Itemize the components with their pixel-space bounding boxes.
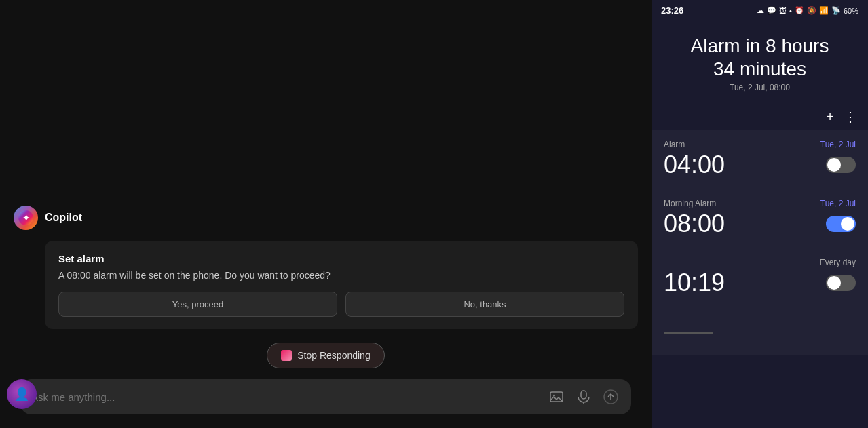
- alarm-in-line2: 34 minutes: [665, 58, 854, 81]
- copilot-logo-icon: ✦: [14, 206, 38, 230]
- toggle-thumb: [841, 217, 854, 231]
- alarm-clock-icon: ⏰: [795, 6, 804, 15]
- alarm-time-row: 10:19: [664, 269, 856, 297]
- photo-icon: 🖼: [779, 7, 787, 15]
- status-time: 23:26: [661, 5, 683, 16]
- alarm-badge: Tue, 2 Jul: [820, 199, 856, 208]
- alarm-label: Morning Alarm: [664, 199, 716, 208]
- alarm-list: Alarm Tue, 2 Jul 04:00 Morning Alarm Tue…: [652, 130, 868, 428]
- input-icons: [547, 387, 620, 406]
- message-title: Set alarm: [58, 253, 624, 265]
- stop-icon: [281, 350, 292, 361]
- alarm-item: Alarm Tue, 2 Jul 04:00: [652, 130, 868, 189]
- svg-rect-4: [581, 391, 586, 399]
- alarm-toggle[interactable]: [826, 157, 856, 173]
- image-icon[interactable]: [547, 387, 566, 406]
- alarm-badge: Every day: [820, 258, 856, 267]
- copilot-header: ✦ Copilot: [14, 206, 638, 230]
- signal-icon: 📡: [831, 6, 841, 15]
- alarm-item-top: Every day: [664, 258, 856, 267]
- status-icons: ☁ 💬 🖼 • ⏰ 🔕 📶 📡 60%: [757, 6, 858, 15]
- chat-input-wrapper: [20, 379, 631, 414]
- copilot-content: ✦ Copilot Set alarm A 08:00 alarm will b…: [0, 0, 652, 428]
- toggle-thumb: [827, 158, 841, 172]
- alarm-toggle[interactable]: [826, 216, 856, 232]
- stop-responding-container: Stop Responding: [14, 343, 638, 368]
- microphone-icon[interactable]: [574, 387, 593, 406]
- alarm-time: 10:19: [664, 269, 725, 297]
- alarm-time: 04:00: [664, 151, 725, 179]
- alarm-header: Alarm in 8 hours 34 minutes Tue, 2 Jul, …: [652, 21, 868, 103]
- alarm-time: 08:00: [664, 210, 725, 238]
- yes-proceed-button[interactable]: Yes, proceed: [58, 292, 337, 317]
- message-body: A 08:00 alarm will be set on the phone. …: [58, 270, 624, 281]
- notification-icon: 💬: [767, 6, 776, 15]
- alarm-toggle[interactable]: [826, 275, 856, 291]
- alarm-item-top: Morning Alarm Tue, 2 Jul: [664, 199, 856, 208]
- alarm-menu-button[interactable]: ⋮: [844, 109, 857, 125]
- cloud-icon: ☁: [757, 6, 764, 15]
- alarm-time: ——: [664, 317, 713, 345]
- battery-indicator: 60%: [844, 7, 858, 15]
- alarm-time-row: 04:00: [664, 151, 856, 179]
- copilot-name: Copilot: [45, 212, 82, 224]
- add-alarm-button[interactable]: +: [826, 109, 834, 125]
- toggle-thumb: [827, 276, 841, 290]
- dot-icon: •: [789, 7, 792, 15]
- alarm-item-top: Alarm Tue, 2 Jul: [664, 140, 856, 149]
- stop-responding-button[interactable]: Stop Responding: [267, 343, 384, 368]
- alarm-item: ——: [652, 307, 868, 355]
- message-card: Set alarm A 08:00 alarm will be set on t…: [45, 241, 638, 329]
- user-avatar: 👤: [7, 379, 37, 409]
- chat-input[interactable]: [31, 391, 540, 403]
- status-bar: 23:26 ☁ 💬 🖼 • ⏰ 🔕 📶 📡 60%: [652, 0, 868, 21]
- alarm-time-row: 08:00: [664, 210, 856, 238]
- alarm-header-date: Tue, 2 Jul, 08:00: [665, 83, 854, 92]
- alarm-item: Every day 10:19: [652, 248, 868, 307]
- svg-point-3: [553, 395, 555, 397]
- alarm-time-row: ——: [664, 317, 856, 345]
- alarm-label: Alarm: [664, 140, 685, 149]
- copilot-panel: ✦ Copilot Set alarm A 08:00 alarm will b…: [0, 0, 652, 428]
- wifi-icon: 📶: [819, 6, 829, 15]
- alarm-controls: + ⋮: [652, 103, 868, 130]
- send-icon[interactable]: [601, 387, 620, 406]
- alarm-in-line1: Alarm in 8 hours: [665, 35, 854, 58]
- alarm-panel: 23:26 ☁ 💬 🖼 • ⏰ 🔕 📶 📡 60% Alarm in 8 hou…: [652, 0, 868, 428]
- alarm-item: Morning Alarm Tue, 2 Jul 08:00: [652, 189, 868, 248]
- volume-icon: 🔕: [807, 6, 816, 15]
- no-thanks-button[interactable]: No, thanks: [345, 292, 624, 317]
- input-area-wrapper: 👤: [14, 379, 638, 421]
- stop-responding-label: Stop Responding: [297, 350, 370, 361]
- message-actions: Yes, proceed No, thanks: [58, 292, 624, 317]
- user-avatar-icon: 👤: [14, 387, 29, 402]
- alarm-badge: Tue, 2 Jul: [820, 140, 856, 149]
- svg-text:✦: ✦: [22, 213, 30, 223]
